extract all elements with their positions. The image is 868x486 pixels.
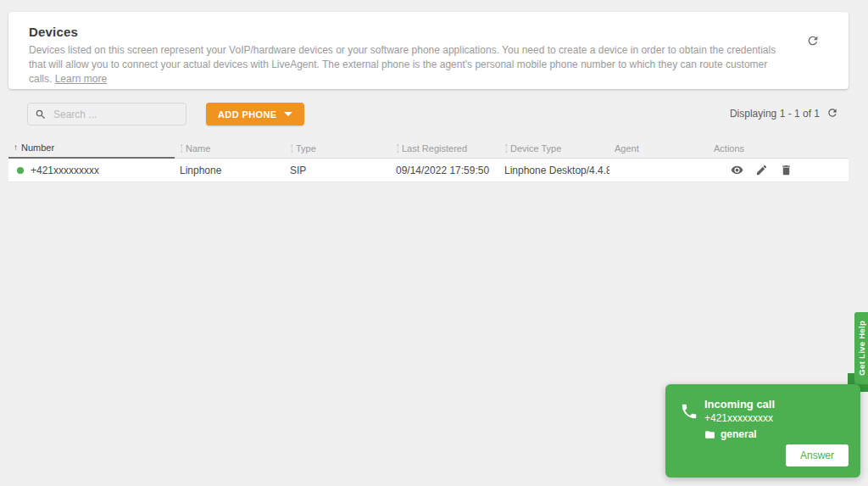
delete-trash-icon[interactable] [780,164,793,176]
search-icon [35,109,47,120]
devices-page: Devices Devices listed on this screen re… [0,0,868,486]
device-number: +421xxxxxxxxx [31,165,99,176]
table-row[interactable]: +421xxxxxxxxx Linphone SIP 09/14/2022 17… [8,159,849,182]
get-live-help-tab[interactable]: Get Live Help [854,312,868,384]
cell-name: Linphone [175,165,285,176]
column-label: Name [186,143,210,154]
folder-icon [704,429,715,440]
column-header-device-type[interactable]: ↑↓ Device Type [499,137,609,159]
column-header-agent: Agent [609,137,709,159]
sort-icon: ↑↓ [396,144,398,153]
page-title: Devices [29,25,828,39]
incoming-call-title: Incoming call [704,398,775,411]
page-description-text: Devices listed on this screen represent … [29,44,776,85]
answer-button[interactable]: Answer [786,444,849,466]
displaying-count: Displaying 1 - 1 of 1 [730,108,820,120]
incoming-call-number: +421xxxxxxxxx [704,412,773,424]
cell-type: SIP [285,165,391,176]
column-label: Last Registered [402,143,467,154]
table-header: ↑ Number ↑↓ Name ↑↓ Type ↑↓ Last Registe… [8,137,849,159]
column-header-number[interactable]: ↑ Number [8,137,175,159]
column-label: Actions [714,143,744,154]
add-phone-label: ADD PHONE [218,109,277,120]
cell-number: +421xxxxxxxxx [8,165,175,176]
cell-device-type: Linphone Desktop/4.4.8 (... [499,165,609,176]
column-label: Device Type [510,143,561,154]
page-description: Devices listed on this screen represent … [29,43,792,87]
search-box[interactable] [27,103,186,126]
refresh-list-icon[interactable] [826,107,838,119]
column-header-name[interactable]: ↑↓ Name [175,137,285,159]
get-live-help-label: Get Live Help [857,321,866,376]
column-label: Type [296,143,316,154]
online-status-dot [17,167,24,174]
phone-icon [680,402,698,421]
add-phone-button[interactable]: ADD PHONE [206,103,304,126]
sort-asc-icon: ↑ [14,142,18,152]
learn-more-link[interactable]: Learn more [55,73,107,85]
edit-pencil-icon[interactable] [755,164,768,176]
header-card: Devices Devices listed on this screen re… [8,12,849,89]
chevron-down-icon [284,112,292,116]
column-label: Agent [615,143,639,154]
column-label: Number [21,142,54,153]
toolbar: ADD PHONE Displaying 1 - 1 of 1 [8,102,849,127]
search-input[interactable] [53,109,179,120]
cell-actions [709,164,849,176]
sort-icon: ↑↓ [504,144,507,153]
sort-icon: ↑↓ [290,144,292,153]
sort-icon: ↑↓ [180,144,182,153]
column-header-last-registered[interactable]: ↑↓ Last Registered [391,137,499,159]
cell-last-registered: 09/14/2022 17:59:50 [391,165,499,176]
column-header-actions: Actions [709,137,849,159]
incoming-call-department: general [704,428,757,440]
incoming-call-notification: Incoming call +421xxxxxxxxx general Answ… [665,384,860,478]
refresh-icon[interactable] [806,34,820,47]
column-header-type[interactable]: ↑↓ Type [285,137,391,159]
view-eye-icon[interactable] [731,164,743,176]
department-name: general [721,428,757,440]
